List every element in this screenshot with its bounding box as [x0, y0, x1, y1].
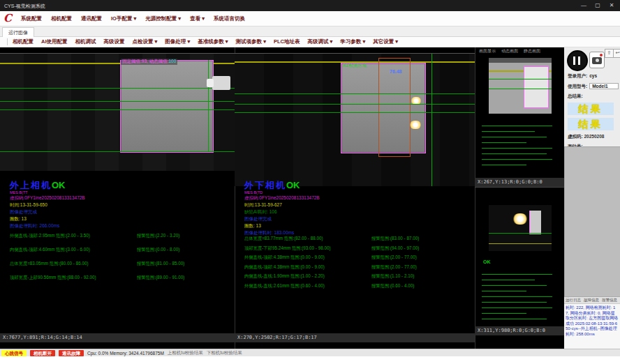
menu-light-control[interactable]: 光源控制配置 ▾	[145, 15, 181, 22]
left-camera-panel: 固定阈值:93, 动态阈值:100 外上相机OK MES:B(TT 虚拟码:0F…	[0, 47, 235, 349]
toolbar-separator	[7, 38, 8, 45]
tool-baseline-params[interactable]: 基准线参数 ▾	[198, 38, 228, 45]
virtual-code-label: 虚拟码: 20250208	[568, 134, 604, 139]
tool-advanced-debug[interactable]: 高级调试 ▾	[307, 38, 332, 45]
result-ok: OK	[286, 180, 300, 190]
measure-line	[0, 109, 235, 110]
log-tab-fault[interactable]: 故障信息	[584, 298, 599, 303]
cell-region	[120, 60, 214, 153]
tab-connector	[212, 76, 230, 90]
model-label: 使用型号:	[568, 84, 587, 89]
tool-advanced-settings[interactable]: 高级设置	[104, 38, 125, 45]
time-line: 时间:13-31-59-650	[10, 202, 85, 208]
measure-row: 顶部宽度-下部95.24mm 范围:(93.00 - 98.00)报警范围:(9…	[244, 245, 464, 255]
preview-placeholder	[564, 146, 620, 298]
measure-line	[0, 88, 235, 89]
close-button[interactable]: ✕	[605, 0, 619, 11]
app-window: CYS-视觉检测系统 — ▢ ✕ C 系统配置 相机配置 通讯配置 IO手配置 …	[0, 0, 620, 364]
mini-camera-bottom-panel: OK X:311,Y:980;R:0;G:0;B:0	[475, 187, 564, 342]
middle-pixel-readout: X:270,Y:2502;R:17;G:17;B:17	[235, 333, 475, 342]
snapshot-button[interactable]	[589, 52, 605, 68]
camera-status-badge: 相机断开	[30, 350, 55, 356]
time-line: 时间:13-31-59-627	[244, 202, 320, 208]
tab-strip: 运行图像	[0, 26, 620, 37]
cycle-count: 圈数: 13	[244, 222, 320, 229]
window-title: CYS-视觉检测系统	[4, 3, 45, 10]
measure-line	[235, 104, 475, 105]
middle-camera-viewport[interactable]: A1检测区域 76.48	[235, 53, 475, 186]
reset-button[interactable]: ↩	[613, 49, 620, 58]
menu-view[interactable]: 查看 ▾	[190, 15, 205, 22]
view-header-item[interactable]: 动态画面	[501, 48, 518, 54]
tool-plc-table[interactable]: PLC地址表	[274, 38, 300, 45]
tool-spotcheck-settings[interactable]: 点检设置 ▾	[133, 38, 158, 45]
log-tab-alarm[interactable]: 报警信息	[602, 298, 617, 303]
menu-io-config[interactable]: IO手配置 ▾	[111, 15, 136, 22]
view-header: 画面显示 动态画面 静态画面	[479, 48, 540, 54]
tab-run-image[interactable]: 运行图像	[2, 27, 34, 38]
tool-camera-config[interactable]: 相机配置	[13, 38, 34, 45]
cell-region	[529, 211, 541, 234]
left-measure-rows: 外侧直线-顶部:2.95mm 范围:(2.00 - 3.50)报警范围:(2.2…	[10, 233, 230, 289]
measure-line-vertical	[431, 54, 432, 186]
main-area: 固定阈值:93, 动态阈值:100 外上相机OK MES:B(TT 虚拟码:0F…	[0, 47, 620, 349]
mini-bottom-viewport[interactable]	[489, 205, 552, 251]
left-pixel-readout: X:7677,Y:891;R:14;G:14;B:14	[0, 333, 235, 342]
measure-line	[235, 93, 475, 94]
pause-button[interactable]	[567, 50, 588, 71]
minimize-button[interactable]: —	[577, 0, 591, 11]
model-select[interactable]: Model1	[589, 83, 619, 89]
reflection-glow	[512, 213, 528, 225]
tool-test-params[interactable]: 测试项参数 ▾	[236, 38, 266, 45]
maximize-button[interactable]: ▢	[591, 0, 605, 11]
status-bar: 心跳信号 相机断开 通讯故障 Cpu: 0.0% Memory: 3424.41…	[0, 349, 620, 356]
cycle-count: 圈数: 13	[10, 215, 85, 222]
menu-camera-config[interactable]: 相机配置	[51, 15, 72, 22]
reflection-glow	[409, 121, 422, 129]
measure-row: 外侧直线-顶部:2.95mm 范围:(2.00 - 3.50)报警范围:(2.2…	[10, 233, 230, 247]
log-tabs: 运行日志 故障信息 报警信息	[564, 297, 620, 304]
measure-line	[489, 89, 552, 89]
virtual-code: 虚拟码:0FY1ine2025020813313472B	[244, 195, 320, 202]
measure-row: 外侧直线-直线:2.61mm 范围:(0.60 - 4.00)报警范围:(0.6…	[244, 283, 464, 293]
measure-line-vertical	[208, 60, 209, 151]
baseline-yellow-line	[489, 243, 552, 244]
tool-camera-debug[interactable]: 相机调试	[75, 38, 96, 45]
tool-image-processing[interactable]: 图像处理 ▾	[165, 38, 190, 45]
menu-system-config[interactable]: 系统配置	[21, 15, 42, 22]
view-header-item[interactable]: 静态画面	[524, 48, 540, 54]
result-box-1: 结果	[568, 103, 614, 115]
upper-camera-check-result: 上相机tu校验结果	[168, 350, 203, 356]
log-tab-run[interactable]: 运行日志	[566, 298, 581, 303]
mini-top-viewport[interactable]	[489, 58, 552, 114]
process-cost: 图像处理耗时: 266.00ms	[10, 222, 85, 229]
view-header-item[interactable]: 画面显示	[479, 48, 496, 54]
measure-line	[489, 233, 552, 234]
measure-line	[489, 79, 552, 79]
tool-learn-params[interactable]: 学习参数 ▾	[340, 38, 365, 45]
app-logo-icon: C	[3, 12, 12, 24]
result-box-2: 结果	[568, 118, 614, 130]
process-done: 图像处理完成	[244, 215, 320, 222]
menu-language[interactable]: 系统语言切换	[214, 15, 245, 22]
title-bar: CYS-视觉检测系统 — ▢ ✕	[0, 0, 620, 11]
middle-measure-rows: 总体宽度=83.77mm 范围:(82.00 - 88.00)报警范围:(83.…	[244, 236, 464, 292]
middle-camera-info: 外下相机OK MES:B(TD 虚拟码:0FY1ine2025020813313…	[244, 179, 320, 236]
measure-row: 总体宽度=83.05mm 范围:(80.00 - 86.00)报警范围:(81.…	[10, 261, 230, 275]
left-camera-viewport[interactable]: 固定阈值:93, 动态阈值:100	[0, 53, 235, 171]
camera-name: 外下相机	[244, 180, 286, 190]
threshold-overlay-label: 固定阈值:93, 动态阈值:100	[121, 59, 177, 65]
lower-camera-check-result: 下相机tu校验结果	[207, 350, 242, 356]
mini-camera-column: 画面显示 动态画面 静态画面 X:267,Y:13;R:0;G:0;B:0	[475, 47, 565, 349]
region-label: A1检测区域	[343, 63, 367, 69]
side-panel: ⇧ ↩ 登录用户:cys 使用型号:Model1 总结果: 结果 结果 虚拟码:…	[564, 47, 620, 349]
tool-ai-config[interactable]: AI使用配置	[41, 38, 68, 45]
virtual-code: 虚拟码:0FY1ine2025020813313472B	[10, 195, 85, 202]
tool-other-settings[interactable]: 其它设置 ▾	[373, 38, 398, 45]
middle-camera-panel: A1检测区域 76.48 外下相机OK MES:B(TD 虚拟码:0FY1ine…	[235, 47, 475, 349]
measure-row: 内侧直线-顶部:4.60mm 范围:(3.00 - 6.00)报警范围:(0.0…	[10, 247, 230, 261]
result-text-lines	[482, 121, 556, 165]
result-ok: OK	[52, 180, 66, 190]
menu-comm-config[interactable]: 通讯配置	[81, 15, 102, 22]
camera-name: 外上相机	[10, 180, 52, 190]
